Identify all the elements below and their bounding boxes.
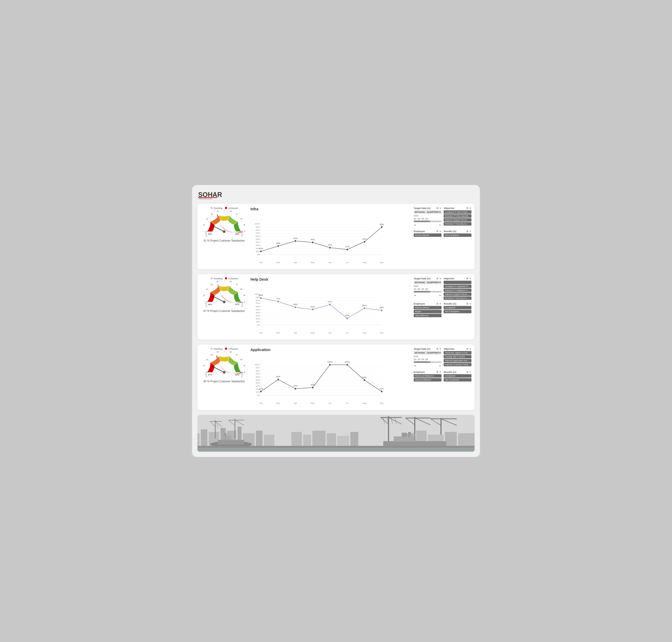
svg-point-113 [363,307,365,309]
svg-text:20: 20 [206,218,208,220]
period-select[interactable]: All Periods QUARTERS ▾ [414,351,441,355]
employee-item: Said AlMamari [414,314,441,317]
svg-point-47 [329,246,331,249]
emp-filter-icon[interactable]: ⚙ [436,371,438,373]
emp-filter-icon[interactable]: ⚙ [436,303,438,305]
svg-text:45%: 45% [293,237,297,240]
svg-text:40%: 40% [256,382,260,384]
svg-point-171 [260,390,262,393]
obj-filter-icon[interactable]: ⚙ [466,277,468,280]
svg-text:42%: 42% [362,238,366,240]
svg-text:10: 10 [203,294,205,296]
svg-text:Sep: Sep [380,261,384,264]
svg-text:50: 50 [223,210,225,211]
res-funnel-icon[interactable]: ▼ [469,230,471,233]
svg-text:37%: 37% [208,374,212,376]
results-col: Results (A) ⚙ ▼ CompletedNot Completed [444,371,471,382]
svg-text:100%: 100% [345,361,350,363]
res-filter-icon[interactable]: ⚙ [466,230,468,233]
svg-text:50: 50 [223,281,225,282]
result-item: Completed [444,374,471,377]
achieved-legend: Achieved [225,348,238,350]
res-filter-icon[interactable]: ⚙ [466,303,468,305]
svg-point-172 [277,378,279,381]
progress-bar [414,361,441,363]
gauge-area-infra: Pending Achieved 0102030405060708090100 … [201,207,248,242]
emp-filter-icons: ⚙ ▼ [436,303,441,305]
svg-text:80%: 80% [256,299,260,302]
svg-text:Jun: Jun [328,332,332,334]
res-filter-icon[interactable]: ⚙ [466,371,468,373]
svg-text:22%: 22% [345,314,349,317]
target-date-col: Target Date (A) ⚙ ▼ All Periods QUARTERS… [414,277,441,300]
svg-text:Apr: Apr [294,261,297,264]
svg-text:100%: 100% [327,361,333,363]
pending-dot [210,207,212,209]
obj-filter-icon[interactable]: ⚙ [466,348,468,350]
obj-funnel-icon[interactable]: ▼ [469,277,471,280]
logo: SOHAR PORT/FREEZONE [197,190,229,200]
svg-text:10%: 10% [256,391,260,393]
nav-right[interactable]: ► [439,364,441,367]
target-filter-icons: ⚙ ▼ [436,277,441,280]
emp-funnel-icon[interactable]: ▼ [439,303,441,305]
period-select[interactable]: All Periods QUARTERS ▾ [414,281,441,284]
funnel-icon[interactable]: ▼ [439,277,441,280]
objective-item: . [444,281,471,284]
svg-text:Jul: Jul [346,332,348,334]
target-date-label: Target Date (A) ⚙ ▼ [414,348,441,350]
nav-right[interactable]: ► [439,294,441,297]
progress-bar-fill [414,221,430,222]
svg-text:39%: 39% [208,303,212,306]
svg-text:13%: 13% [259,388,263,390]
emp-filter-icon[interactable]: ⚙ [436,230,438,233]
res-funnel-icon[interactable]: ▼ [469,303,471,305]
right-panel: Target Date (A) ⚙ ▼ All Periods QUARTERS… [414,277,471,320]
chart-title: Application [250,348,411,352]
period-select[interactable]: All Periods QUARTERS ▾ [414,210,441,214]
objective-item: Complete IT Infra Projec... [444,210,471,214]
filter-icon[interactable]: ⚙ [436,277,438,280]
obj-funnel-icon[interactable]: ▼ [469,207,471,209]
nav-left[interactable]: ◄ [414,224,416,226]
svg-text:90%: 90% [256,226,260,228]
target-date-label: Target Date (A) ⚙ ▼ [414,207,441,209]
svg-text:30: 30 [210,284,212,285]
emp-funnel-icon[interactable]: ▼ [439,230,441,233]
svg-text:50%: 50% [256,309,260,311]
nav-arrows: ◄ ► [414,364,441,367]
svg-text:May: May [311,261,315,264]
objective-item: Improve Customer Satisf... [444,363,471,366]
svg-text:May: May [311,402,315,405]
svg-line-142 [212,366,224,372]
nav-right[interactable]: ► [439,224,441,226]
funnel-icon[interactable]: ▼ [439,348,441,350]
obj-funnel-icon[interactable]: ▼ [469,348,471,350]
objective-item: Enhance IT Helpdesk Op... [444,288,471,292]
objective-col: Objective ⚙ ▼ Complete IT Infra Projec..… [444,207,471,228]
svg-text:10: 10 [203,224,205,226]
result-item: Not Completed [444,310,471,313]
right-panel: Target Date (A) ⚙ ▼ All Periods QUARTERS… [414,207,471,240]
funnel-icon[interactable]: ▼ [439,207,441,209]
nav-left[interactable]: ◄ [414,364,416,367]
nav-left[interactable]: ◄ [414,294,416,297]
res-filter-icons: ⚙ ▼ [466,303,471,305]
svg-text:55%: 55% [362,304,366,307]
svg-point-107 [260,297,262,299]
year-label: 2022 [414,285,441,287]
filter-icon[interactable]: ⚙ [436,207,438,209]
objective-col: Objective ⚙ ▼ Automate, digilize & inte.… [444,348,471,369]
gauge-label: 91 % Project Customer Satisfaction [201,239,248,242]
res-funnel-icon[interactable]: ▼ [469,371,471,373]
sections-container: Pending Achieved 0102030405060708090100 … [197,204,475,410]
emp-funnel-icon[interactable]: ▼ [439,371,441,373]
svg-text:50%: 50% [256,379,260,381]
result-item: Not Completed [444,233,471,237]
obj-filter-icon[interactable]: ⚙ [466,207,468,209]
svg-text:80%: 80% [256,370,260,372]
svg-text:Sep: Sep [380,332,384,334]
svg-text:Jul: Jul [346,402,348,405]
year-label: 2022 [414,355,441,358]
filter-icon[interactable]: ⚙ [436,348,438,350]
